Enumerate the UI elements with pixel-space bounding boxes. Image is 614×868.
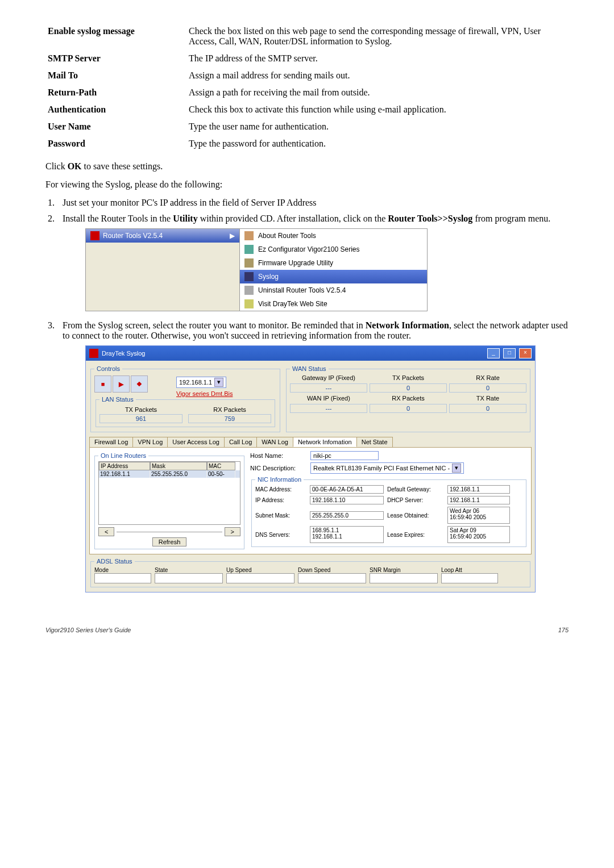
menu-item-label: Uninstall Router Tools V2.5.4 [258, 286, 346, 294]
menu-item[interactable]: About Router Tools [240, 229, 427, 243]
nic-desc-label: NIC Description: [250, 465, 307, 471]
step-1: Just set your monitor PC's IP address in… [57, 198, 569, 208]
menu-item-label: Visit DrayTek Web Site [258, 300, 327, 308]
tab[interactable]: Call Log [224, 437, 257, 447]
tab[interactable]: Net State [356, 437, 393, 447]
host-name-value: niki-pc [310, 451, 379, 460]
definition-row: Return-PathAssign a path for receiving t… [45, 84, 569, 101]
adsl-label: Up Speed [226, 567, 294, 573]
pause-button[interactable]: ▶ [113, 375, 130, 393]
adsl-value [94, 573, 151, 583]
lex-value: Sat Apr 09 16:59:40 2005 [447, 526, 510, 543]
dns-value: 168.95.1.1 192.168.1.1 [310, 526, 384, 543]
app-title: DrayTek Syslog [102, 350, 145, 357]
definition-term: User Name [45, 118, 186, 135]
wan-cell: 0 [370, 383, 447, 393]
definition-term: SMTP Server [45, 50, 186, 67]
scroll-left-button[interactable]: < [98, 527, 114, 536]
menu-item[interactable]: Ez Configurator Vigor2100 Series [240, 243, 427, 256]
menu-item-label: Firmware Upgrade Utility [258, 259, 333, 267]
definition-term: Return-Path [45, 84, 186, 101]
menu-item-icon [244, 258, 254, 268]
wan-cell: Gateway IP (Fixed) [290, 374, 367, 381]
nic-desc-dropdown[interactable]: Realtek RTL8139 Family PCI Fast Ethernet… [310, 462, 464, 474]
menu-item-label: Ez Configurator Vigor2100 Series [258, 245, 360, 253]
record-button[interactable]: ■ [94, 375, 111, 393]
lan-status-fieldset: LAN Status TX Packets 961 RX Packets 759 [96, 396, 275, 427]
adsl-status-fieldset: ADSL Status ModeStateUp SpeedDown SpeedS… [90, 558, 530, 587]
menu-blank-area [86, 243, 239, 311]
product-link[interactable]: Vigor series Dmt.Bis [176, 390, 233, 397]
menu-item-icon [244, 299, 254, 308]
menu-item-label: Syslog [258, 273, 279, 281]
syslog-app-screenshot: DrayTek Syslog _ □ × Controls ■ ▶ ❖ [85, 345, 536, 592]
definition-row: SMTP ServerThe IP address of the SMTP se… [45, 50, 569, 67]
wan-cell: WAN IP (Fixed) [290, 395, 367, 402]
wan-status-fieldset: WAN Status Gateway IP (Fixed)TX PacketsR… [286, 365, 530, 432]
tab[interactable]: VPN Log [132, 437, 168, 447]
menu-screenshot: Router Tools V2.5.4 ▶ About Router Tools… [85, 228, 428, 311]
viewing-line: For viewing the Syslog, please do the fo… [45, 180, 569, 190]
settings-button[interactable]: ❖ [131, 375, 148, 393]
adsl-label: Mode [94, 567, 151, 573]
defgw-label: Default Geteway: [387, 486, 444, 493]
menu-item-icon [244, 286, 254, 295]
wan-status-legend: WAN Status [290, 365, 329, 372]
menu-item-icon [244, 245, 254, 254]
adsl-value [370, 573, 438, 583]
scroll-right-button[interactable]: > [225, 527, 240, 536]
definition-desc: Type the user name for authentication. [186, 118, 569, 135]
lob-value: Wed Apr 06 16:59:40 2005 [447, 507, 510, 524]
tab[interactable]: WAN Log [256, 437, 293, 447]
defgw-value: 192.168.1.1 [447, 485, 510, 494]
tab[interactable]: Network Infomation [293, 437, 357, 447]
olr-col-mac: MAC [207, 462, 235, 470]
menu-item-icon [244, 231, 254, 240]
definition-row: Enable syslog messageCheck the box liste… [45, 23, 569, 50]
dns-label: DNS Servers: [255, 532, 306, 538]
adsl-label: Loop Att [441, 567, 498, 573]
dhcp-label: DHCP Server: [387, 497, 444, 503]
wan-cell: TX Rate [449, 395, 526, 402]
menu-item[interactable]: Uninstall Router Tools V2.5.4 [240, 283, 427, 297]
definition-desc: The IP address of the SMTP server. [186, 50, 569, 67]
adsl-status-legend: ADSL Status [94, 558, 135, 565]
menu-title-bar: Router Tools V2.5.4 ▶ [86, 229, 239, 243]
tab-content: On Line Routers IP Address Mask MAC 192.… [89, 447, 532, 554]
olr-row[interactable]: 192.168.1.1 255.255.255.0 00-50- [99, 470, 240, 478]
definition-term: Password [45, 135, 186, 152]
lob-label: Lease Obtained: [387, 512, 444, 519]
definition-desc: Assign a mail address for sending mails … [186, 67, 569, 84]
close-button[interactable]: × [519, 348, 532, 358]
olr-col-mask: Mask [150, 462, 207, 470]
tab[interactable]: Firewall Log [89, 437, 133, 447]
wan-cell: --- [290, 383, 367, 393]
menu-item[interactable]: Firmware Upgrade Utility [240, 256, 427, 270]
nic-info-legend: NIC Information [255, 476, 304, 483]
wan-cell: RX Rate [449, 374, 526, 381]
lan-rx-value: 759 [188, 414, 271, 423]
minimize-button[interactable]: _ [487, 348, 500, 358]
menu-item[interactable]: Syslog [240, 270, 427, 283]
lan-tx-value: 961 [99, 414, 182, 423]
app-titlebar: DrayTek Syslog _ □ × [86, 346, 535, 361]
online-routers-list[interactable]: IP Address Mask MAC 192.168.1.1 255.255.… [98, 461, 240, 525]
definition-row: User NameType the user name for authenti… [45, 118, 569, 135]
definition-row: PasswordType the password for authentica… [45, 135, 569, 152]
definition-desc: Check the box listed on this web page to… [186, 23, 569, 50]
host-name-label: Host Name: [250, 452, 307, 459]
refresh-button[interactable]: Refresh [152, 537, 187, 546]
tab[interactable]: User Access Log [167, 437, 225, 447]
definition-desc: Type the password for authentication. [186, 135, 569, 152]
controls-fieldset: Controls ■ ▶ ❖ 192.168.1.1 ▾ Vigor serie… [90, 365, 280, 432]
lan-rx-label: RX Packets [188, 406, 271, 413]
sub-value: 255.255.255.0 [310, 511, 384, 520]
maximize-button[interactable]: □ [503, 348, 516, 358]
chevron-down-icon: ▾ [452, 464, 461, 473]
ip-dropdown[interactable]: 192.168.1.1 ▾ [176, 377, 226, 388]
router-tools-icon [90, 231, 99, 240]
menu-item[interactable]: Visit DrayTek Web Site [240, 297, 427, 311]
wan-cell: 0 [449, 404, 526, 413]
online-routers-legend: On Line Routers [98, 452, 148, 459]
menu-title: Router Tools V2.5.4 [103, 232, 163, 240]
